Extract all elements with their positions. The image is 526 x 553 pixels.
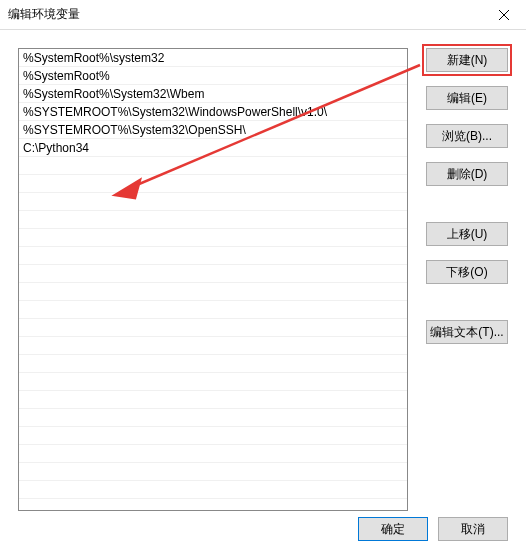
list-item[interactable] bbox=[19, 247, 407, 265]
list-item[interactable]: %SYSTEMROOT%\System32\WindowsPowerShell\… bbox=[19, 103, 407, 121]
titlebar: 编辑环境变量 bbox=[0, 0, 526, 30]
close-icon bbox=[499, 10, 509, 20]
edit-text-button[interactable]: 编辑文本(T)... bbox=[426, 320, 508, 344]
list-item[interactable] bbox=[19, 481, 407, 499]
list-item[interactable]: %SYSTEMROOT%\System32\OpenSSH\ bbox=[19, 121, 407, 139]
list-item[interactable] bbox=[19, 391, 407, 409]
list-item[interactable] bbox=[19, 427, 407, 445]
list-item[interactable] bbox=[19, 283, 407, 301]
delete-button[interactable]: 删除(D) bbox=[426, 162, 508, 186]
dialog-footer: 确定 取消 bbox=[358, 517, 508, 541]
list-item[interactable] bbox=[19, 265, 407, 283]
ok-button[interactable]: 确定 bbox=[358, 517, 428, 541]
list-item[interactable] bbox=[19, 301, 407, 319]
list-item[interactable] bbox=[19, 193, 407, 211]
path-listbox[interactable]: %SystemRoot%\system32 %SystemRoot% %Syst… bbox=[18, 48, 408, 511]
move-down-button[interactable]: 下移(O) bbox=[426, 260, 508, 284]
list-item[interactable] bbox=[19, 229, 407, 247]
content-area: %SystemRoot%\system32 %SystemRoot% %Syst… bbox=[0, 30, 526, 493]
list-item[interactable] bbox=[19, 337, 407, 355]
edit-button[interactable]: 编辑(E) bbox=[426, 86, 508, 110]
window-title: 编辑环境变量 bbox=[8, 6, 80, 23]
new-button[interactable]: 新建(N) bbox=[426, 48, 508, 72]
list-item[interactable] bbox=[19, 319, 407, 337]
side-button-group: 新建(N) 编辑(E) 浏览(B)... 删除(D) 上移(U) 下移(O) 编… bbox=[426, 48, 508, 358]
list-item[interactable]: C:\Python34 bbox=[19, 139, 407, 157]
spacer bbox=[426, 298, 508, 320]
spacer bbox=[426, 200, 508, 222]
list-item[interactable]: %SystemRoot%\System32\Wbem bbox=[19, 85, 407, 103]
close-button[interactable] bbox=[481, 0, 526, 30]
list-item[interactable] bbox=[19, 355, 407, 373]
list-item[interactable] bbox=[19, 445, 407, 463]
list-item[interactable] bbox=[19, 211, 407, 229]
list-item[interactable]: %SystemRoot% bbox=[19, 67, 407, 85]
move-up-button[interactable]: 上移(U) bbox=[426, 222, 508, 246]
list-item[interactable] bbox=[19, 409, 407, 427]
list-item[interactable] bbox=[19, 373, 407, 391]
list-item[interactable]: %SystemRoot%\system32 bbox=[19, 49, 407, 67]
list-item[interactable] bbox=[19, 157, 407, 175]
cancel-button[interactable]: 取消 bbox=[438, 517, 508, 541]
browse-button[interactable]: 浏览(B)... bbox=[426, 124, 508, 148]
list-item[interactable] bbox=[19, 463, 407, 481]
list-item[interactable] bbox=[19, 175, 407, 193]
